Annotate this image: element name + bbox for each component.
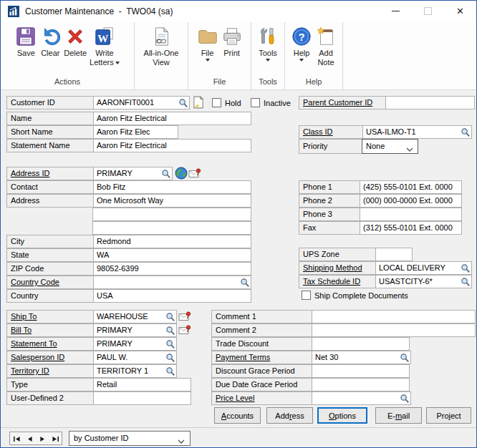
city-field[interactable]: Redmond xyxy=(93,235,251,248)
parent-customer-id-link[interactable]: Parent Customer ID xyxy=(303,98,372,107)
statement-to-link[interactable]: Statement To xyxy=(11,339,57,348)
print-button[interactable]: Print xyxy=(220,25,244,59)
print-icon xyxy=(221,26,243,47)
address-line3-field[interactable] xyxy=(92,221,251,235)
lookup-icon[interactable] xyxy=(400,394,410,404)
class-id-link[interactable]: Class ID xyxy=(303,127,333,136)
comment2-field[interactable] xyxy=(312,324,475,336)
statement-to-field[interactable]: PRIMARY xyxy=(93,338,176,350)
tools-button[interactable]: Tools xyxy=(256,25,280,62)
write-letters-button[interactable]: W Write Letters xyxy=(88,25,121,67)
parent-customer-id-field[interactable] xyxy=(385,97,474,109)
payment-terms-field[interactable]: Net 30 xyxy=(312,351,410,364)
due-date-grace-field[interactable] xyxy=(312,379,409,391)
territory-id-field[interactable]: TERRITORY 1 xyxy=(93,365,176,377)
add-note-button[interactable]: Add Note xyxy=(314,25,338,67)
shipping-method-field[interactable]: LOCAL DELIVERY xyxy=(375,262,471,274)
options-button[interactable]: Options xyxy=(317,407,367,424)
fax-field[interactable]: (312) 555-0101 Ext. 0000 xyxy=(360,222,461,234)
country-code-link[interactable]: Country Code xyxy=(11,278,59,286)
address-line2-field[interactable] xyxy=(92,208,251,221)
lookup-icon[interactable] xyxy=(461,127,471,137)
address-button[interactable]: Address xyxy=(266,407,313,424)
ship-to-field[interactable]: WAREHOUSE xyxy=(93,311,176,323)
tax-schedule-link[interactable]: Tax Schedule ID xyxy=(303,277,360,286)
lookup-icon[interactable] xyxy=(161,169,171,179)
lookup-icon[interactable] xyxy=(165,312,175,322)
all-in-one-view-button[interactable]: All-in-One View xyxy=(143,25,180,67)
address-line1-field[interactable]: One Microsoft Way xyxy=(93,195,251,207)
salesperson-id-field[interactable]: PAUL W. xyxy=(93,351,176,364)
bill-to-link[interactable]: Bill To xyxy=(11,326,32,334)
phone3-field[interactable] xyxy=(360,208,461,220)
lookup-icon[interactable] xyxy=(165,326,175,336)
lookup-icon[interactable] xyxy=(165,366,175,376)
lookup-icon[interactable] xyxy=(461,263,471,273)
minimize-button[interactable] xyxy=(380,1,412,21)
note-attach-icon[interactable] xyxy=(192,96,205,109)
phone2-field[interactable]: (000) 000-0000 Ext. 0000 xyxy=(360,195,461,207)
lookup-icon[interactable] xyxy=(240,278,250,288)
address-id-link[interactable]: Address ID xyxy=(11,169,49,177)
statement-name-field[interactable]: Aaron Fitz Electrical xyxy=(93,140,251,152)
clear-icon xyxy=(39,26,61,47)
tax-schedule-field[interactable]: USASTCITY-6* xyxy=(375,276,471,288)
project-button[interactable]: Project xyxy=(426,407,471,424)
payment-terms-link[interactable]: Payment Terms xyxy=(216,353,270,361)
email-button[interactable]: E-mail xyxy=(375,407,422,424)
customer-id-field[interactable]: AARONFIT0001 xyxy=(93,97,189,109)
map-globe-icon[interactable] xyxy=(175,167,188,180)
bill-to-field[interactable]: PRIMARY xyxy=(93,324,176,336)
short-name-field[interactable]: Aaron Fitz Elec xyxy=(93,126,178,138)
internet-address-icon[interactable] xyxy=(188,167,201,180)
priority-dropdown[interactable]: None xyxy=(362,139,418,154)
internet-address-icon[interactable] xyxy=(178,310,191,323)
close-button[interactable]: ✕ xyxy=(444,1,476,21)
discount-grace-field[interactable] xyxy=(312,365,409,377)
inactive-checkbox[interactable] xyxy=(251,98,260,107)
sort-by-dropdown[interactable]: by Customer ID xyxy=(69,431,191,446)
class-id-field[interactable]: USA-ILMO-T1 xyxy=(362,126,471,138)
name-field[interactable]: Aaron Fitz Electrical xyxy=(93,112,251,125)
phone1-field[interactable]: (425) 555-0101 Ext. 0000 xyxy=(360,181,461,193)
delete-button[interactable]: Delete xyxy=(62,25,88,59)
contact-field[interactable]: Bob Fitz xyxy=(93,181,251,193)
save-button[interactable]: Save xyxy=(14,25,38,59)
country-field[interactable]: USA xyxy=(93,290,251,302)
lookup-icon[interactable] xyxy=(165,353,175,363)
price-level-link[interactable]: Price Level xyxy=(216,394,254,402)
accounts-button[interactable]: Accounts xyxy=(214,407,261,424)
lookup-icon[interactable] xyxy=(400,353,410,363)
help-label: Help xyxy=(294,49,310,58)
state-field[interactable]: WA xyxy=(93,249,251,261)
ship-to-link[interactable]: Ship To xyxy=(11,312,37,321)
lookup-icon[interactable] xyxy=(461,277,471,287)
address-id-field[interactable]: PRIMARY xyxy=(93,167,172,180)
salesperson-id-link[interactable]: Salesperson ID xyxy=(11,353,64,361)
hold-checkbox[interactable] xyxy=(212,98,221,107)
lookup-icon[interactable] xyxy=(165,339,175,349)
price-level-field[interactable] xyxy=(312,392,410,404)
type-field[interactable]: Retail xyxy=(93,379,191,391)
ship-complete-checkbox[interactable] xyxy=(302,291,311,300)
country-code-field[interactable] xyxy=(93,276,251,288)
territory-id-link[interactable]: Territory ID xyxy=(11,366,49,375)
first-record-button[interactable] xyxy=(13,432,21,445)
help-button[interactable]: ? Help xyxy=(289,25,314,62)
maximize-button[interactable] xyxy=(412,1,444,21)
comment1-field[interactable] xyxy=(312,311,475,323)
user-defined2-field[interactable] xyxy=(93,392,191,404)
user-defined2-label: User-Defined 2 xyxy=(11,394,64,402)
internet-address-icon[interactable] xyxy=(178,323,191,336)
shipping-method-link[interactable]: Shipping Method xyxy=(303,263,362,272)
ups-zone-field[interactable] xyxy=(375,248,412,260)
trade-discount-field[interactable] xyxy=(312,338,409,350)
zip-code-field[interactable]: 98052-6399 xyxy=(93,263,251,275)
last-record-button[interactable] xyxy=(52,432,59,445)
lookup-icon[interactable] xyxy=(178,98,188,108)
address-label: Address xyxy=(11,196,39,205)
clear-button[interactable]: Clear xyxy=(38,25,62,59)
previous-record-button[interactable] xyxy=(26,432,34,445)
file-button[interactable]: File xyxy=(196,25,220,62)
next-record-button[interactable] xyxy=(39,432,47,445)
